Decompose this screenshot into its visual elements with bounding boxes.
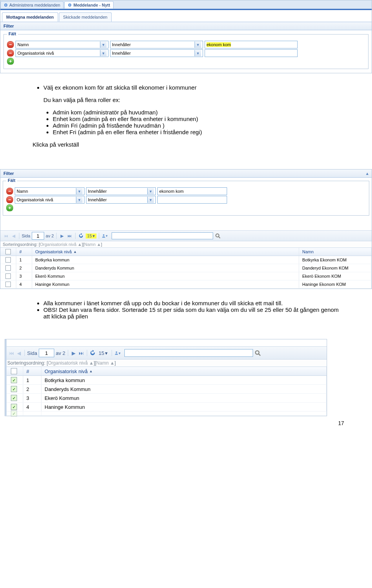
row-checkbox[interactable]: ✓ [11, 377, 17, 383]
value-input[interactable] [205, 49, 298, 57]
search-button[interactable] [215, 233, 221, 239]
page-number-input[interactable] [39, 349, 54, 357]
column-header-organisation[interactable]: Organisatorisk nivå▲ [32, 248, 299, 256]
filter-panel-header[interactable]: Filter [0, 22, 372, 30]
field-select[interactable]: Organisatorisk nivå ▾ [16, 49, 108, 57]
row-index: 2 [23, 385, 41, 393]
remove-row-button[interactable] [7, 41, 14, 48]
subtab-mottagna[interactable]: Mottagna meddelanden [2, 12, 58, 22]
pagesize-select[interactable]: 15 ▾ [86, 233, 96, 239]
search-button[interactable] [255, 350, 261, 356]
remove-row-button[interactable] [7, 50, 14, 57]
remove-row-button[interactable] [6, 188, 13, 195]
last-page-button[interactable]: ⏭ [67, 233, 73, 239]
next-page-button[interactable]: ▶ [71, 350, 77, 356]
chevron-down-icon: ▾ [195, 50, 201, 56]
screenshot-grid-checked: ⏮ ◀ Sida av 2 ▶ ⏭ 15 ▾ ▾ Sorteringsordni… [5, 339, 327, 416]
sort-chip[interactable]: Namn ▲ [96, 360, 114, 366]
table-row[interactable]: ✓ 3 Ekerö Kommun [5, 394, 327, 403]
row-checkbox[interactable] [5, 257, 11, 263]
add-row-button[interactable] [6, 204, 13, 211]
prev-page-button[interactable]: ◀ [16, 350, 22, 356]
table-row[interactable]: 1 Botkyrka kommun Botkyrka Ekonom KOM [0, 256, 372, 264]
filter-panel-header[interactable]: Filter ▴ [0, 169, 372, 178]
first-page-button[interactable]: ⏮ [8, 350, 14, 356]
user-menu-button[interactable]: ▾ [102, 233, 108, 239]
checkbox[interactable] [11, 368, 17, 374]
row-org: Danderyds Kommun [32, 264, 299, 272]
value-input[interactable]: ekonom kom [157, 187, 227, 195]
add-row-button[interactable] [7, 58, 14, 65]
search-input[interactable] [124, 349, 253, 357]
first-page-button[interactable]: ⏮ [3, 233, 9, 239]
chevron-down-icon: ▾ [106, 234, 108, 238]
next-page-button[interactable]: ▶ [59, 233, 65, 239]
column-header-checkbox[interactable] [0, 248, 16, 256]
value-input[interactable]: ekonom kom [205, 41, 298, 48]
column-header-organisation[interactable]: Organisatorisk nivå▲ [41, 367, 327, 375]
document-body-1: Välj ex ekonom kom för att skicka till e… [0, 73, 372, 169]
page-label: Sida [27, 350, 37, 356]
field-select[interactable]: Namn ▾ [16, 41, 108, 48]
chevron-down-icon: ▾ [76, 188, 83, 194]
chevron-down-icon: ▾ [76, 197, 83, 203]
operator-select[interactable]: Innehåller▾ [86, 187, 156, 195]
row-checkbox[interactable]: ✓ [11, 386, 17, 392]
field-select[interactable]: Namn▾ [15, 187, 84, 195]
fieldset-falt: Fält Namn ▾ Innehåller ▾ ekonom kom Orga [3, 34, 369, 69]
sort-chip[interactable]: Namn ▲ [84, 242, 101, 247]
collapse-icon[interactable]: ▴ [366, 171, 369, 176]
column-header-checkbox[interactable] [5, 367, 23, 375]
row-checkbox[interactable]: ✓ [11, 404, 17, 410]
column-header-index[interactable]: # [23, 367, 41, 375]
svg-rect-7 [9, 61, 12, 62]
chevron-down-icon: ▾ [100, 42, 107, 48]
table-row[interactable]: ✓ 4 Haninge Kommun [5, 403, 327, 412]
svg-point-1 [5, 4, 7, 6]
refresh-button[interactable] [90, 350, 96, 356]
pagesize-select[interactable]: 15 ▾ [97, 350, 109, 356]
row-checkbox[interactable]: ✓ [11, 395, 17, 401]
row-checkbox[interactable] [5, 265, 11, 271]
operator-select[interactable]: Innehåller ▾ [110, 49, 203, 57]
page-number-input[interactable] [32, 232, 44, 240]
checkbox[interactable] [5, 249, 11, 254]
table-row[interactable]: 4 Haninge Kommun Haninge Ekonom KOM [0, 280, 372, 289]
search-input[interactable] [112, 232, 213, 239]
user-menu-button[interactable]: ▾ [114, 350, 121, 356]
row-checkbox[interactable] [5, 273, 11, 279]
subtab-skickade[interactable]: Skickade meddelanden [59, 12, 112, 22]
svg-rect-8 [9, 191, 11, 192]
remove-row-button[interactable] [6, 196, 13, 203]
tab-meddelande-nytt[interactable]: Meddelande - Nytt [64, 1, 114, 9]
value-input[interactable] [157, 196, 227, 204]
svg-point-15 [116, 351, 117, 353]
svg-point-16 [255, 351, 259, 354]
table-row[interactable]: ✓ 1 Botkyrka kommun [5, 376, 327, 385]
operator-select[interactable]: Innehåller▾ [86, 196, 156, 204]
prev-page-button[interactable]: ◀ [10, 233, 17, 239]
tab-administrera-meddelanden[interactable]: Administrera meddelanden [0, 1, 64, 9]
separator [87, 350, 87, 356]
grid-header: # Organisatorisk nivå▲ [5, 367, 327, 376]
chevron-down-icon: ▾ [147, 197, 154, 203]
operator-select[interactable]: Innehåller ▾ [110, 41, 203, 48]
sort-chip[interactable]: Organisatorisk nivå ▲ [48, 360, 94, 366]
field-select[interactable]: Organisatorisk nivå▾ [15, 196, 84, 204]
row-checkbox[interactable] [5, 282, 11, 287]
refresh-button[interactable] [78, 233, 84, 239]
table-row[interactable]: ✓ 2 Danderyds Kommun [5, 385, 327, 394]
row-checkbox[interactable]: ✓ [11, 410, 17, 417]
sort-asc-icon: ▲ [73, 250, 77, 254]
sort-chip[interactable]: Organisatorisk nivå ▲ [40, 242, 82, 247]
table-row[interactable]: 2 Danderyds Kommun Danderyd Ekonom KOM [0, 264, 372, 272]
screenshot-filter-panel-1: Administrera meddelanden Meddelande - Ny… [0, 0, 372, 73]
svg-line-17 [258, 354, 260, 356]
grid-header: # Organisatorisk nivå▲ Namn [0, 248, 372, 256]
last-page-button[interactable]: ⏭ [78, 350, 84, 356]
field-select-value: Namn [17, 42, 98, 47]
column-header-namn[interactable]: Namn [299, 248, 372, 256]
column-header-index[interactable]: # [16, 248, 32, 256]
table-row[interactable]: 3 Ekerö Kommun Ekerö Ekonom KOM [0, 272, 372, 280]
field-select-value: Organisatorisk nivå [17, 197, 74, 202]
